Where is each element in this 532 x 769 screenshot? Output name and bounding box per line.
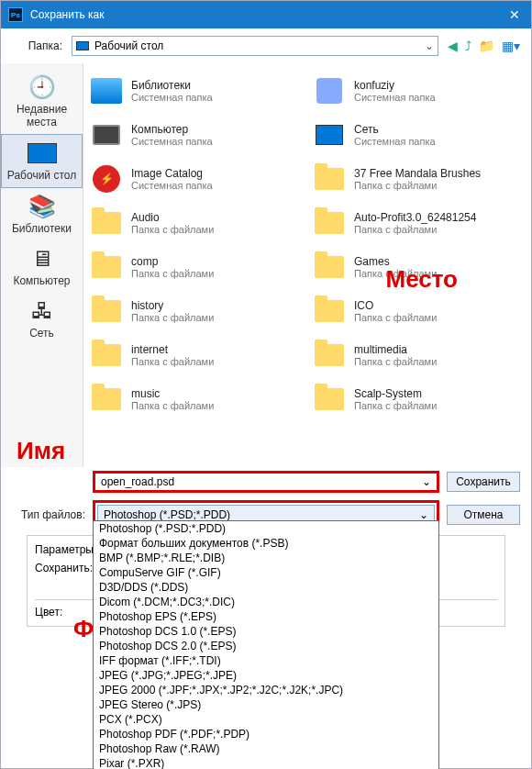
dialog-title: Сохранить как <box>30 8 104 21</box>
file-item[interactable]: ⚡Image CatalogСистемная папка <box>87 157 305 201</box>
folder-icon <box>89 73 124 108</box>
format-option[interactable]: JPEG (*.JPG;*.JPEG;*.JPE) <box>94 668 438 683</box>
format-option[interactable]: JPEG Stereo (*.JPS) <box>94 697 438 712</box>
format-option[interactable]: D3D/DDS (*.DDS) <box>94 580 438 595</box>
place-icon: 🖧 <box>26 298 59 324</box>
file-item[interactable]: Scalp-SystemПапка с файлами <box>310 377 527 421</box>
place-item[interactable]: 🖥Компьютер <box>1 240 83 293</box>
desktop-icon <box>76 41 89 50</box>
format-option[interactable]: IFF формат (*.IFF;*.TDI) <box>94 653 438 668</box>
place-item[interactable]: Рабочий стол <box>1 134 83 188</box>
places-sidebar: 🕘Недавние местаРабочий стол📚Библиотеки🖥К… <box>1 63 83 467</box>
folder-icon <box>312 162 347 196</box>
file-item[interactable]: musicПапка с файлами <box>87 377 305 421</box>
format-option[interactable]: PCX (*.PCX) <box>94 712 438 727</box>
place-icon: 🖥 <box>26 246 59 272</box>
format-option[interactable]: CompuServe GIF (*.GIF) <box>94 565 438 580</box>
chevron-down-icon: ⌄ <box>422 475 431 488</box>
chevron-down-icon: ⌄ <box>419 508 428 521</box>
folder-icon <box>89 294 124 329</box>
color-label: Цвет: <box>35 606 62 619</box>
format-option[interactable]: Photoshop DCS 1.0 (*.EPS) <box>94 624 438 639</box>
save-sub-label: Сохранить: <box>35 562 93 594</box>
photoshop-icon: Ps <box>8 7 23 22</box>
format-option[interactable]: Формат больших документов (*.PSB) <box>94 536 438 551</box>
folder-label: Папка: <box>12 39 62 52</box>
titlebar: Ps Сохранить как ✕ <box>1 1 531 28</box>
format-option[interactable]: Photoshop PDF (*.PDF;*.PDP) <box>94 727 438 741</box>
format-option[interactable]: Photoshop (*.PSD;*.PDD) <box>94 521 438 536</box>
folder-icon <box>89 382 124 417</box>
up-icon[interactable]: ⤴ <box>465 39 471 53</box>
file-item[interactable]: ICOПапка с файлами <box>310 289 527 333</box>
file-item[interactable]: СетьСистемная папка <box>310 113 527 157</box>
save-button[interactable]: Сохранить <box>447 472 520 492</box>
filetype-dropdown[interactable]: Photoshop (*.PSD;*.PDD)Формат больших до… <box>93 520 439 769</box>
file-item[interactable]: multimediaПапка с файлами <box>310 333 527 377</box>
format-option[interactable]: Pixar (*.PXR) <box>94 756 438 769</box>
folder-icon <box>89 206 124 240</box>
file-item[interactable]: compПапка с файлами <box>87 245 305 289</box>
folder-icon <box>312 294 347 329</box>
place-item[interactable]: 🖧Сеть <box>1 293 83 345</box>
annotation-name: Имя <box>17 437 65 465</box>
close-icon[interactable]: ✕ <box>505 7 524 22</box>
format-option[interactable]: Dicom (*.DCM;*.DC3;*.DIC) <box>94 595 438 609</box>
view-menu-icon[interactable]: ▦▾ <box>502 39 520 53</box>
format-option[interactable]: Photoshop EPS (*.EPS) <box>94 609 438 624</box>
file-item[interactable]: 37 Free Mandala BrushesПапка с файлами <box>310 157 527 201</box>
file-item[interactable]: Auto-Profit3.0_62481254Папка с файлами <box>310 201 527 245</box>
folder-icon <box>89 117 124 152</box>
folder-icon <box>89 250 124 284</box>
folder-icon <box>312 117 347 152</box>
chevron-down-icon: ⌄ <box>425 39 434 52</box>
folder-icon <box>89 338 124 373</box>
file-list: БиблиотекиСистемная папкаkonfuziyСистемн… <box>83 63 531 467</box>
file-item[interactable]: БиблиотекиСистемная папка <box>87 69 305 113</box>
format-option[interactable]: BMP (*.BMP;*.RLE;*.DIB) <box>94 551 438 565</box>
new-folder-icon[interactable]: 📁 <box>479 39 494 53</box>
cancel-button[interactable]: Отмена <box>447 505 520 525</box>
folder-value: Рабочий стол <box>94 39 163 52</box>
folder-icon <box>312 382 347 417</box>
place-item[interactable]: 🕘Недавние места <box>1 69 83 134</box>
file-item[interactable]: GamesПапка с файлами <box>310 245 527 289</box>
place-icon: 📚 <box>26 194 59 219</box>
file-item[interactable]: historyПапка с файлами <box>87 289 305 333</box>
place-item[interactable]: 📚Библиотеки <box>1 188 83 240</box>
folder-select[interactable]: Рабочий стол ⌄ <box>72 36 438 56</box>
format-option[interactable]: Photoshop Raw (*.RAW) <box>94 741 438 756</box>
folder-icon: ⚡ <box>89 162 124 196</box>
folder-icon <box>312 338 347 373</box>
file-item[interactable]: AudioПапка с файлами <box>87 201 305 245</box>
folder-icon <box>312 206 347 240</box>
file-item[interactable]: internetПапка с файлами <box>87 333 305 377</box>
filetype-label: Тип файлов: <box>12 508 85 521</box>
file-item[interactable]: КомпьютерСистемная папка <box>87 113 305 157</box>
place-icon: 🕘 <box>26 74 59 100</box>
back-icon[interactable]: ◀ <box>448 39 458 53</box>
format-option[interactable]: JPEG 2000 (*.JPF;*.JPX;*.JP2;*.J2C;*.J2K… <box>94 683 438 697</box>
folder-icon <box>312 73 347 108</box>
format-option[interactable]: Photoshop DCS 2.0 (*.EPS) <box>94 639 438 653</box>
place-icon <box>26 140 59 166</box>
folder-icon <box>312 250 347 284</box>
filename-input[interactable]: open_road.psd ⌄ <box>93 471 439 493</box>
save-as-dialog: Ps Сохранить как ✕ Папка: Рабочий стол ⌄… <box>0 0 532 769</box>
file-item[interactable]: konfuziyСистемная папка <box>310 69 527 113</box>
